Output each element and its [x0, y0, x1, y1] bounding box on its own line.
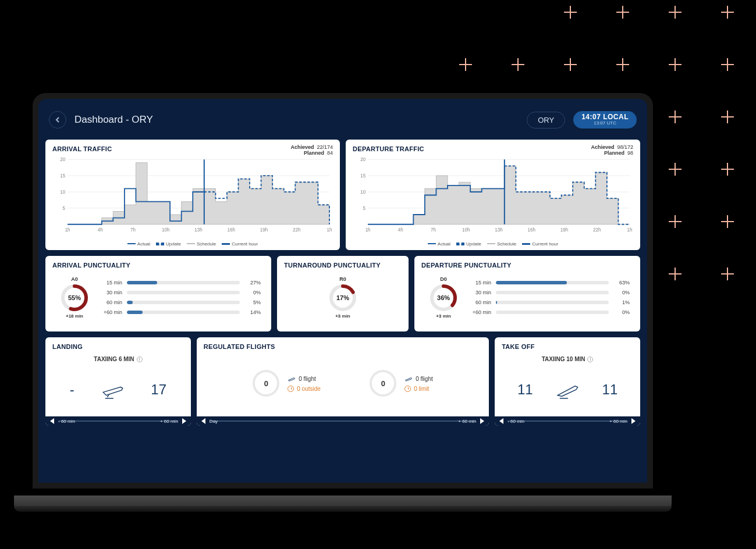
svg-text:15: 15: [60, 173, 65, 179]
regulated-flights-card: REGULATED FLIGHTS 0 0 flight 0 outside 0: [197, 337, 489, 426]
svg-text:16h: 16h: [228, 227, 235, 233]
airport-selector[interactable]: ORY: [527, 112, 565, 129]
time-slider[interactable]: Day+ 60 min: [197, 416, 489, 426]
arrival-punctuality-card: ARRIVAL PUNCTUALITY A0 55% +18 min 15 mi…: [45, 256, 271, 331]
svg-text:4h: 4h: [398, 227, 403, 233]
gauge: R0 17% +3 min: [324, 276, 361, 319]
arrival-chart: 20151051h4h7h10h13h16h19h22h1h: [52, 156, 333, 240]
takeoff-card: TAKE OFF TAXIING 10 MINi 11 11 - 60 min+…: [495, 337, 640, 426]
departure-punctuality-card: DEPARTURE PUNCTUALITY D0 36% +3 min 15 m…: [414, 256, 640, 331]
chart-legend: Actual Update Schedule Current hour: [52, 241, 333, 247]
svg-text:5: 5: [363, 206, 366, 211]
departure-traffic-card: DEPARTURE TRAFFIC Achieved 98/172 Planne…: [346, 140, 640, 250]
svg-text:22h: 22h: [593, 227, 601, 233]
clock-badge: 14:07 LOCAL 13:07 UTC: [573, 111, 637, 129]
svg-text:10h: 10h: [462, 227, 470, 233]
plane-icon: [404, 375, 413, 383]
time-slider[interactable]: - 60 min+ 60 min: [45, 416, 191, 426]
dashboard-screen: Dashboard - ORY ORY 14:07 LOCAL 13:07 UT…: [38, 99, 647, 483]
svg-text:5: 5: [63, 206, 66, 211]
svg-text:15: 15: [360, 173, 365, 179]
page-title: Dashboard - ORY: [74, 114, 153, 126]
clock-icon: [404, 386, 411, 392]
turnaround-punctuality-card: TURNAROUND PUNCTUALITY R0 17% +3 min: [277, 256, 409, 331]
info-icon[interactable]: i: [587, 357, 593, 362]
svg-text:10: 10: [60, 190, 65, 195]
svg-text:1h: 1h: [627, 227, 633, 233]
traffic-stats: Achieved 98/172 Planned 98: [591, 144, 633, 156]
takeoff-right-count: 11: [602, 382, 618, 398]
gauge: D0 36% +3 min: [425, 276, 462, 319]
utc-time: 13:07 UTC: [581, 121, 629, 126]
punct-bars: 15 min63%30 min0%60 min1%+60 min0%: [470, 280, 630, 315]
regulated-item: 0 0 flight 0 limit: [370, 370, 432, 397]
arrival-traffic-card: ARRIVAL TRAFFIC Achieved 22/174 Planned …: [45, 140, 340, 250]
svg-text:1h: 1h: [65, 227, 70, 233]
svg-text:22h: 22h: [293, 227, 300, 233]
traffic-stats: Achieved 22/174 Planned 84: [290, 144, 333, 156]
landing-card: LANDING TAXIING 6 MINi - 17 - 60 min+ 60…: [45, 337, 191, 426]
chart-legend: Actual Update Schedule Current hour: [353, 241, 633, 247]
svg-text:20: 20: [60, 157, 65, 162]
svg-text:19h: 19h: [560, 227, 568, 233]
svg-text:16h: 16h: [528, 227, 535, 233]
time-slider[interactable]: - 60 min+ 60 min: [495, 416, 640, 426]
svg-text:4h: 4h: [98, 227, 103, 233]
svg-text:10h: 10h: [162, 227, 169, 233]
header: Dashboard - ORY ORY 14:07 LOCAL 13:07 UT…: [45, 106, 640, 134]
laptop-frame: Dashboard - ORY ORY 14:07 LOCAL 13:07 UT…: [14, 93, 672, 512]
svg-text:20: 20: [360, 157, 365, 162]
svg-text:1h: 1h: [365, 227, 371, 233]
svg-text:13h: 13h: [194, 227, 202, 233]
svg-text:10: 10: [360, 190, 365, 195]
landing-icon: [100, 377, 126, 402]
svg-text:7h: 7h: [431, 227, 436, 233]
clock-icon: [288, 386, 294, 392]
info-icon[interactable]: i: [137, 357, 143, 362]
gauge: A0 55% +18 min: [56, 276, 93, 319]
departure-chart: 20151051h4h7h10h13h16h19h22h1h: [353, 156, 633, 240]
plane-icon: [288, 375, 296, 383]
takeoff-icon: [555, 377, 580, 402]
landing-right-count: 17: [151, 382, 166, 398]
punct-bars: 15 min27%30 min0%60 min5%+60 min14%: [101, 280, 261, 315]
takeoff-left-count: 11: [517, 382, 533, 398]
landing-left-count: -: [70, 382, 74, 398]
svg-text:1h: 1h: [327, 227, 332, 233]
svg-text:7h: 7h: [130, 227, 136, 233]
svg-text:19h: 19h: [260, 227, 268, 233]
back-button[interactable]: [49, 111, 66, 129]
svg-text:13h: 13h: [495, 227, 502, 233]
regulated-item: 0 0 flight 0 outside: [253, 370, 321, 397]
